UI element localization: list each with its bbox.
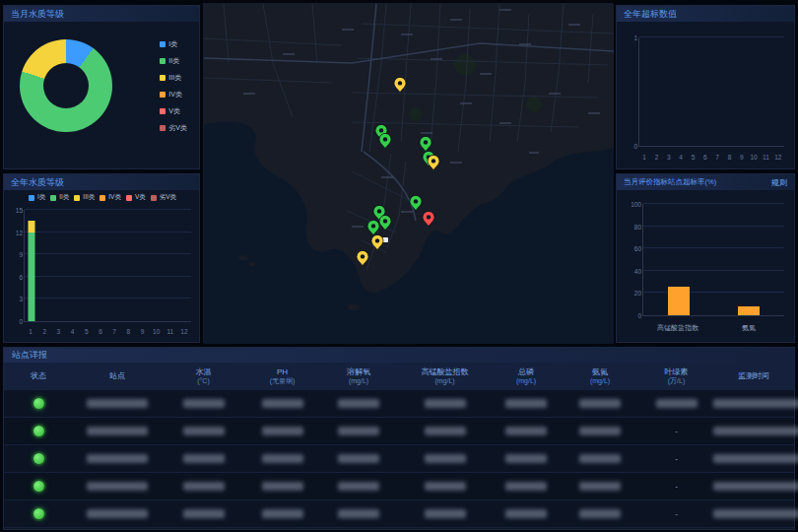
redacted-cell [639,390,713,417]
legend-item[interactable]: II类 [50,193,69,202]
table-row[interactable]: - [4,473,794,500]
status-cell [4,445,73,472]
bar-1[interactable] [29,210,35,321]
bar-4[interactable] [70,210,77,321]
legend-item[interactable]: III类 [160,73,187,83]
y-tick-label: 80 [628,223,641,230]
bar-12[interactable] [180,210,187,321]
legend-item[interactable]: IV类 [100,193,121,202]
value-cell: - [639,473,713,499]
panel-station-table: 站点详报 状态站点水温(°C)PH(无量纲)溶解氧(mg/L)高锰酸盐指数(mg… [3,347,795,530]
redacted-value [262,454,303,463]
x-tick-label: 7 [107,328,121,335]
bar-7[interactable] [111,210,118,321]
station-map[interactable] [203,3,613,343]
y-tick-label: 12 [9,229,23,235]
legend-swatch [29,195,34,201]
redacted-cell [162,473,245,499]
redacted-cell [245,473,319,499]
panel-yearly-grade: 全年水质等级 I类II类III类IV类V类劣V类 03691215 123456… [3,173,200,343]
x-tick-label: 3 [663,154,675,161]
redacted-value [713,427,798,435]
x-tick-label: 6 [94,328,107,335]
rule-link[interactable]: 规则 [771,177,787,188]
map-islet [348,304,360,311]
bar-2[interactable] [42,210,49,321]
legend-item[interactable]: II类 [160,56,187,66]
table-row[interactable]: - [4,500,794,528]
column-header: 状态 [4,371,73,381]
bar-segment [29,233,35,321]
redacted-value [338,399,379,408]
y-tick-label: 40 [628,267,641,274]
redacted-value [425,482,466,491]
redacted-value [338,454,379,463]
table-header-row: 状态站点水温(°C)PH(无量纲)溶解氧(mg/L)高锰酸盐指数(mg/L)总磷… [4,363,794,390]
x-tick-label: 8 [121,328,135,335]
bar-9[interactable] [139,210,146,321]
station-table-body: ---- [4,390,794,528]
table-row[interactable] [4,390,794,418]
redacted-value [87,482,148,491]
column-header: 叶绿素(万/L) [639,367,713,386]
legend-label: V类 [135,193,146,202]
redacted-cell [713,500,798,527]
panel-title: 全年水质等级 [11,176,64,189]
column-header: 氨氮(mg/L) [561,367,639,386]
legend-item[interactable]: I类 [160,39,187,49]
table-row[interactable]: - [4,445,794,473]
monthly-grade-donut-chart[interactable] [20,39,112,132]
redacted-value [579,482,621,491]
redacted-value [713,399,798,408]
panel-header: 全年超标数值 [617,6,794,22]
redacted-cell [561,500,639,527]
y-tick-label: 3 [9,296,23,302]
legend-label: 劣V类 [160,193,176,202]
status-cell [4,418,73,444]
table-row[interactable]: - [4,418,794,445]
legend-item[interactable]: V类 [160,106,187,116]
redacted-cell [492,418,561,444]
water-quality-dashboard: 当月水质等级 I类II类III类IV类V类劣V类 全年水质等级 I类II类III… [0,0,798,532]
bar-高锰酸盐指数[interactable] [668,204,690,315]
panel-title: 当月水质等级 [11,8,64,21]
bar-10[interactable] [153,210,160,321]
legend-item[interactable]: I类 [29,193,45,202]
bar-8[interactable] [125,210,132,321]
x-tick-label: 8 [723,154,735,161]
exceed-rate-bar-chart[interactable]: 020406080100 [642,204,784,316]
legend-item[interactable]: 劣V类 [151,193,176,202]
yearly-grade-bar-chart[interactable]: 03691215 [24,210,191,322]
redacted-cell [398,500,492,527]
bar-氨氮[interactable] [738,204,760,315]
y-tick-label: 0 [624,143,637,150]
x-tick-label: 1 [24,328,37,335]
redacted-cell [162,500,245,527]
bar-6[interactable] [98,210,104,321]
panel-title: 当月评价指标站点超标率(%) [624,177,716,187]
donut-legend: I类II类III类IV类V类劣V类 [160,39,187,133]
gridline [643,292,784,293]
legend-label: IV类 [168,90,182,100]
x-tick-label: 2 [37,328,51,335]
yearly-exceed-chart[interactable]: 01 [638,37,784,147]
donut-hole [43,63,89,108]
redacted-cell [245,445,319,472]
legend-item[interactable]: IV类 [160,90,187,100]
redacted-cell [319,500,398,527]
status-cell [4,390,73,417]
legend-item[interactable]: V类 [126,193,146,202]
legend-swatch [160,75,166,81]
legend-item[interactable]: 劣V类 [160,123,187,133]
column-unit: (无量纲) [245,377,319,386]
legend-swatch [160,92,166,98]
x-tick-label: 12 [177,328,191,335]
column-unit: (mg/L) [561,377,639,386]
legend-label: 劣V类 [168,123,187,133]
redacted-cell [245,418,319,444]
legend-item[interactable]: III类 [74,193,95,202]
bar-11[interactable] [166,210,173,321]
bar-3[interactable] [56,210,63,321]
redacted-cell [561,418,639,444]
bar-5[interactable] [84,210,91,321]
